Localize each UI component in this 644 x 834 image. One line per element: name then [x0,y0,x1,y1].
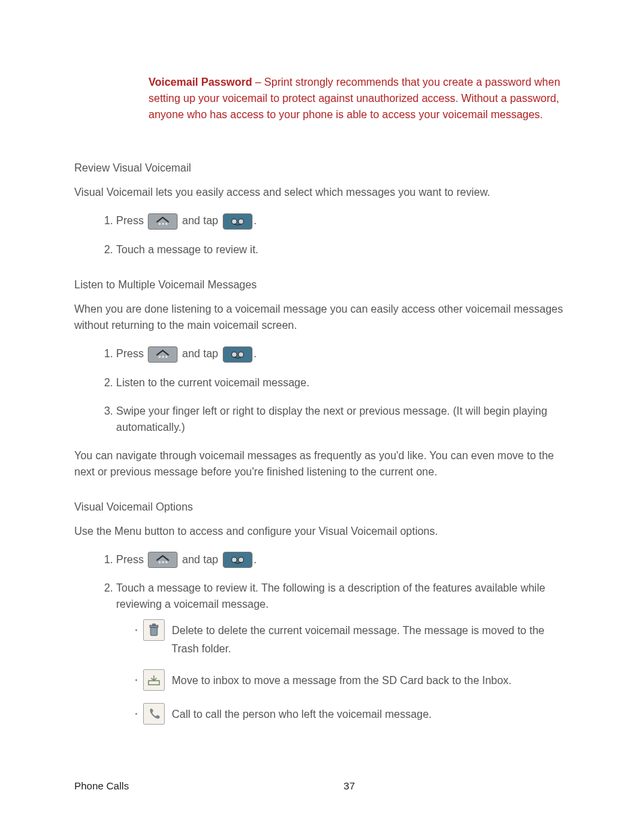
svg-rect-7 [165,356,167,358]
home-icon [148,346,178,363]
text: Touch a message to review it. The follow… [116,582,545,610]
inbox-icon [143,669,165,691]
home-icon [148,552,178,568]
listen-steps: Press and tap . Listen to the current vo… [74,346,570,436]
review-intro: Visual Voicemail lets you easily access … [74,184,570,201]
text: Trash [171,643,198,654]
bullet-call-label: Call [171,709,190,721]
cassette-icon [223,552,252,568]
text: . [254,348,257,359]
text: Press [116,554,146,565]
bullet-delete: Delete to delete the current voicemail m… [135,622,570,657]
options-bullets: Delete to delete the current voicemail m… [116,622,570,725]
text: to delete the current voicemail message.… [203,625,545,637]
svg-point-9 [238,352,244,357]
text: and tap [179,215,221,226]
text: to call the person who left the voicemai… [190,709,432,721]
svg-rect-0 [159,223,161,225]
text: and tap [179,554,221,565]
svg-rect-11 [162,561,164,563]
svg-rect-10 [159,561,161,563]
home-icon [148,213,178,230]
text: Press [116,348,146,359]
review-step-2: Touch a message to review it. [116,242,570,258]
note-lead: Voicemail Password [149,76,252,88]
footer-page-number: 37 [74,779,570,794]
text: Press [116,215,146,226]
footer-section: Phone Calls [74,779,129,794]
bullet-delete-label: Delete [171,625,203,637]
listen-step-2: Listen to the current voicemail message. [116,375,570,391]
svg-point-4 [238,219,244,224]
page-footer: Phone Calls 37 [74,779,570,794]
heading-listen: Listen to Multiple Voicemail Messages [74,277,570,293]
svg-point-8 [232,352,237,357]
svg-rect-2 [165,223,167,225]
voicemail-password-note: Voicemail Password – Sprint strongly rec… [149,74,570,123]
svg-rect-5 [159,356,161,358]
text: . [254,215,257,226]
options-intro: Use the Menu button to access and config… [74,523,570,540]
text: and tap [179,348,221,359]
review-step-1: Press and tap . [116,213,570,230]
review-steps: Press and tap . Touch a message to revie… [74,213,570,258]
text: folder. [198,643,231,654]
svg-rect-15 [151,627,157,635]
svg-point-13 [232,557,237,563]
listen-step-1: Press and tap . [116,346,570,363]
text: . [254,554,257,565]
bullet-move-inbox: Move to inbox to move a message from the… [135,672,570,691]
bullet-call: Call to call the person who left the voi… [135,706,570,725]
listen-intro: When you are done listening to a voicema… [74,301,570,334]
heading-options: Visual Voicemail Options [74,499,570,515]
bullet-move-label: Move to inbox [171,675,239,687]
options-step-2: Touch a message to review it. The follow… [116,580,570,725]
heading-review: Review Visual Voicemail [74,160,570,176]
text: to move a message from the SD Card back … [239,675,512,687]
phone-icon [143,703,165,725]
svg-point-14 [238,557,244,563]
svg-rect-12 [165,561,167,563]
trash-icon [143,619,165,641]
listen-step-3: Swipe your finger left or right to displ… [116,403,570,436]
svg-rect-6 [162,356,164,358]
cassette-icon [223,213,252,230]
listen-outro: You can navigate through voicemail messa… [74,448,570,480]
svg-rect-17 [153,624,155,625]
cassette-icon [223,346,252,363]
document-page: Voicemail Password – Sprint strongly rec… [0,0,644,834]
options-step-1: Press and tap . [116,552,570,569]
svg-point-3 [232,219,237,224]
svg-rect-1 [162,223,164,225]
options-steps: Press and tap . Touch a message to revie… [74,552,570,725]
